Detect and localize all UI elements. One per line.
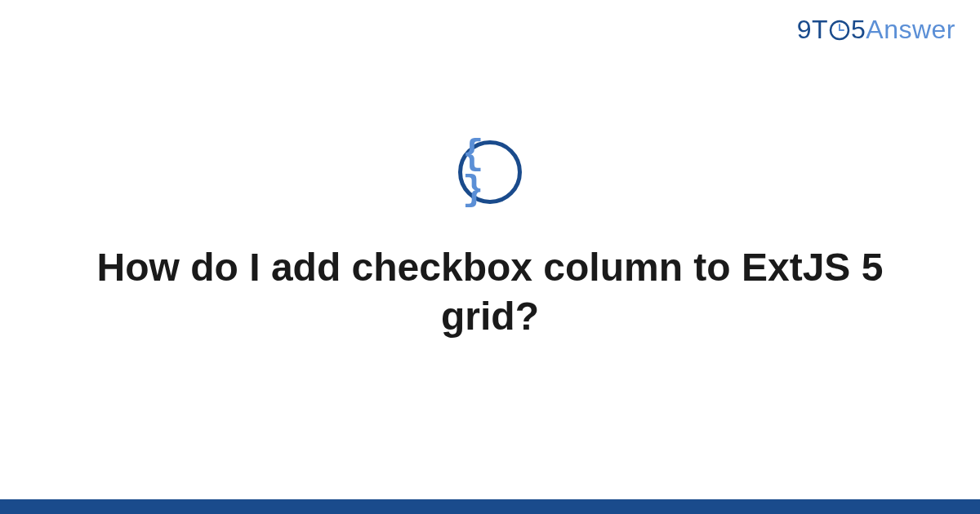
braces-icon: { }	[462, 136, 518, 208]
main-content: { } How do I add checkbox column to ExtJ…	[0, 0, 980, 514]
category-code-icon: { }	[458, 140, 522, 204]
question-title: How do I add checkbox column to ExtJS 5 …	[82, 243, 898, 341]
footer-accent-bar	[0, 499, 980, 514]
